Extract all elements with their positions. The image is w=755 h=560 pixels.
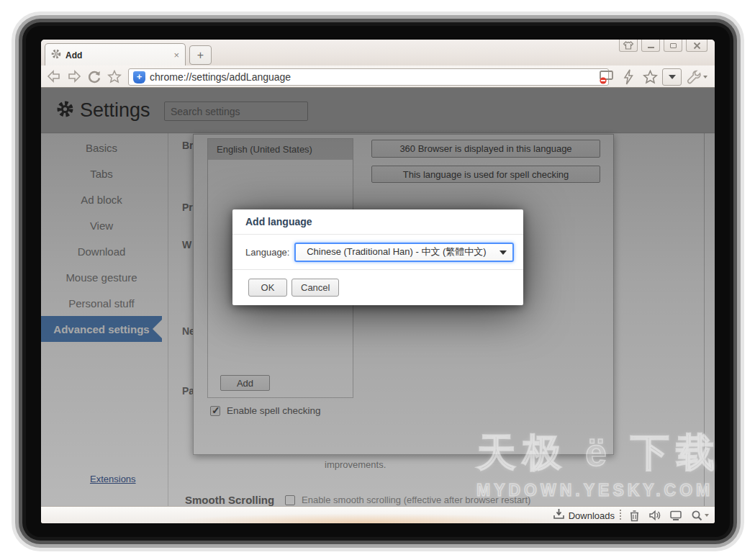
- sidebar-item-basics[interactable]: Basics: [41, 135, 162, 161]
- language-select-value: Chinese (Traditional Han) - 中文 (繁體中文): [307, 245, 486, 258]
- bookmark-star-icon[interactable]: [641, 68, 659, 86]
- status-bar: Downloads: [41, 506, 715, 523]
- ok-button[interactable]: OK: [248, 279, 287, 297]
- settings-header: Settings: [41, 88, 715, 133]
- cancel-button[interactable]: Cancel: [291, 279, 339, 297]
- skin-shirt-icon[interactable]: [619, 40, 638, 52]
- add-language-button[interactable]: Add: [220, 375, 270, 391]
- url-text[interactable]: chrome://settings/addLanguage: [150, 71, 291, 83]
- dialog-title: Add language: [232, 209, 523, 235]
- settings-sidebar: Basics Tabs Ad block View Download Mouse…: [41, 135, 162, 342]
- display-language-button[interactable]: 360 Browser is displayed in this languag…: [371, 140, 600, 158]
- status-separator: [620, 510, 621, 521]
- downloads-button[interactable]: Downloads: [553, 508, 615, 523]
- settings-page: Settings Basics Tabs Ad block View Downl…: [41, 88, 715, 506]
- favorites-star-icon[interactable]: [104, 68, 125, 84]
- search-settings-input[interactable]: [164, 101, 308, 121]
- new-tab-button[interactable]: +: [189, 45, 212, 65]
- trash-icon[interactable]: [626, 508, 642, 523]
- sidebar-item-download[interactable]: Download: [41, 238, 162, 264]
- dialog-footer: OK Cancel: [232, 269, 523, 304]
- forward-icon[interactable]: [64, 68, 84, 84]
- sidebar-item-view[interactable]: View: [41, 212, 162, 238]
- dialog-body: Language: Chinese (Traditional Han) - 中文…: [232, 235, 523, 269]
- smooth-scrolling-row: Smooth Scrolling Enable smooth scrolling…: [185, 494, 530, 506]
- adblock-icon[interactable]: [597, 68, 616, 86]
- section-heading-fragment: Pr: [182, 202, 193, 213]
- maximize-button[interactable]: [664, 40, 682, 52]
- tab-close-icon[interactable]: ×: [173, 50, 179, 60]
- tab-title: Add: [65, 50, 169, 60]
- tab-add[interactable]: Add ×: [45, 43, 186, 66]
- language-list-item-selected[interactable]: English (United States): [208, 139, 353, 160]
- enable-spellcheck-label: Enable spell checking: [227, 405, 321, 416]
- smooth-scrolling-checkbox[interactable]: [285, 495, 295, 505]
- settings-gear-icon: [56, 100, 74, 121]
- screenshot-stage: Add × +: [0, 0, 755, 560]
- window-controls: [619, 40, 707, 52]
- sidebar-item-tabs[interactable]: Tabs: [41, 161, 162, 186]
- enable-spellcheck-checkbox[interactable]: [210, 406, 220, 416]
- sidebar-item-ad-block[interactable]: Ad block: [41, 186, 162, 212]
- back-icon[interactable]: [44, 68, 64, 84]
- gear-favicon-icon: [51, 49, 61, 62]
- smooth-scrolling-label: Smooth Scrolling: [185, 494, 283, 506]
- language-select-dropdown[interactable]: Chinese (Traditional Han) - 中文 (繁體中文): [294, 243, 514, 262]
- zoom-icon[interactable]: [689, 508, 710, 523]
- section-heading-fragment: Br: [182, 140, 194, 151]
- sidebar-item-personal-stuff[interactable]: Personal stuff: [41, 290, 162, 316]
- add-language-dialog: Add language Language: Chinese (Traditio…: [232, 209, 523, 305]
- toolbar-right-icons: [597, 68, 709, 86]
- toolbar-dropdown-button[interactable]: [662, 68, 682, 86]
- chevron-down-icon: [499, 250, 507, 255]
- close-button[interactable]: [686, 40, 707, 52]
- page-title: Settings: [80, 99, 150, 122]
- language-label: Language:: [245, 247, 289, 258]
- sidebar-divider: [168, 133, 168, 506]
- address-bar[interactable]: + chrome://settings/addLanguage: [128, 68, 609, 86]
- enable-spellcheck-row: Enable spell checking: [210, 405, 321, 416]
- minimize-button[interactable]: [641, 40, 660, 52]
- improvements-text: improvements.: [325, 459, 386, 470]
- smooth-scrolling-text: Enable smooth scrolling (effective after…: [302, 494, 530, 505]
- reload-icon[interactable]: [84, 68, 104, 84]
- wrench-menu-icon[interactable]: [684, 68, 709, 86]
- toolbar: + chrome://settings/addLanguage: [41, 66, 715, 88]
- sidebar-item-mouse-gesture[interactable]: Mouse gesture: [41, 264, 162, 290]
- spellcheck-language-button[interactable]: This language is used for spell checking: [371, 166, 600, 183]
- page-scrollbar[interactable]: [704, 133, 705, 506]
- downloads-label: Downloads: [569, 510, 615, 521]
- section-heading-fragment: W: [182, 239, 191, 250]
- turbo-lightning-icon[interactable]: [619, 68, 638, 86]
- speaker-icon[interactable]: [647, 508, 663, 523]
- browser-window: Add × +: [41, 40, 715, 523]
- status-bar-right: Downloads: [553, 507, 710, 523]
- titlebar[interactable]: Add × +: [41, 40, 715, 66]
- downloads-icon: [553, 508, 565, 523]
- security-shield-icon[interactable]: +: [133, 71, 145, 83]
- sidebar-item-advanced-settings[interactable]: Advanced settings: [41, 316, 162, 342]
- extensions-link[interactable]: Extensions: [90, 474, 136, 484]
- display-icon[interactable]: [668, 508, 684, 523]
